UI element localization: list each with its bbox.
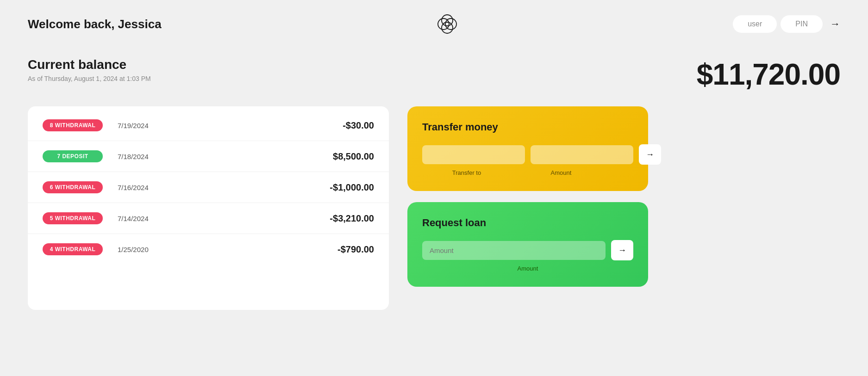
loan-title: Request loan: [422, 217, 633, 229]
transfer-inputs: →: [422, 144, 633, 165]
transaction-row: 8 WITHDRAWAL 7/19/2024 -$30.00: [28, 110, 389, 141]
transaction-badge: 6 WITHDRAWAL: [43, 181, 103, 193]
pin-button[interactable]: PIN: [781, 15, 823, 33]
content-row: 8 WITHDRAWAL 7/19/2024 -$30.00 7 DEPOSIT…: [28, 106, 840, 310]
loan-amount-label: Amount: [422, 265, 633, 272]
transfer-label-spacer: [611, 169, 633, 176]
right-panel: Transfer money → Transfer to Amount Requ…: [407, 106, 648, 287]
transaction-amount: -$3,210.00: [330, 213, 374, 224]
transaction-amount: -$30.00: [343, 120, 374, 131]
logo-icon: [434, 11, 460, 37]
user-button[interactable]: user: [733, 15, 777, 33]
loan-arrow-icon: →: [618, 246, 626, 255]
transfer-title: Transfer money: [422, 121, 633, 133]
transaction-date: 7/18/2024: [118, 153, 322, 160]
transactions-list[interactable]: 8 WITHDRAWAL 7/19/2024 -$30.00 7 DEPOSIT…: [28, 106, 389, 310]
transfer-card: Transfer money → Transfer to Amount: [407, 106, 648, 191]
main-content: Current balance As of Thursday, August 1…: [0, 48, 868, 328]
loan-submit-button[interactable]: →: [611, 240, 633, 260]
balance-date: As of Thursday, August 1, 2024 at 1:03 P…: [28, 75, 151, 82]
transaction-row: 5 WITHDRAWAL 7/14/2024 -$3,210.00: [28, 203, 389, 234]
loan-card: Request loan → Amount: [407, 202, 648, 287]
transaction-badge: 5 WITHDRAWAL: [43, 212, 103, 224]
transfer-to-label: Transfer to: [422, 169, 511, 176]
transaction-badge: 7 DEPOSIT: [43, 150, 103, 162]
transaction-row: 7 DEPOSIT 7/18/2024 $8,500.00: [28, 141, 389, 172]
logo: [434, 11, 460, 37]
header-actions: user PIN →: [733, 15, 840, 33]
transaction-amount: -$1,000.00: [330, 182, 374, 193]
transaction-date: 1/25/2020: [118, 246, 326, 253]
header: Welcome back, Jessica user PIN →: [0, 0, 868, 48]
balance-info: Current balance As of Thursday, August 1…: [28, 57, 151, 82]
transaction-badge: 8 WITHDRAWAL: [43, 119, 103, 131]
transfer-arrow-icon: →: [646, 150, 654, 160]
transfer-amount-label: Amount: [517, 169, 606, 176]
transaction-row: 6 WITHDRAWAL 7/16/2024 -$1,000.00: [28, 172, 389, 203]
transfer-to-input[interactable]: [422, 145, 525, 164]
transfer-amount-input[interactable]: [531, 145, 633, 164]
transaction-amount: -$790.00: [337, 244, 374, 255]
balance-amount: $11,720.00: [697, 57, 840, 92]
transactions-panel: 8 WITHDRAWAL 7/19/2024 -$30.00 7 DEPOSIT…: [28, 106, 389, 310]
balance-label: Current balance: [28, 57, 151, 72]
transaction-badge: 4 WITHDRAWAL: [43, 243, 103, 255]
loan-inputs: →: [422, 240, 633, 260]
transaction-date: 7/14/2024: [118, 215, 318, 222]
transfer-labels: Transfer to Amount: [422, 169, 633, 176]
header-arrow-icon[interactable]: →: [830, 18, 840, 30]
transaction-amount: $8,500.00: [333, 151, 374, 162]
balance-section: Current balance As of Thursday, August 1…: [28, 57, 840, 92]
transaction-date: 7/16/2024: [118, 184, 318, 191]
transaction-date: 7/19/2024: [118, 122, 331, 129]
transfer-submit-button[interactable]: →: [639, 144, 661, 165]
loan-amount-input[interactable]: [422, 241, 606, 260]
welcome-text: Welcome back, Jessica: [28, 17, 162, 31]
transaction-row: 4 WITHDRAWAL 1/25/2020 -$790.00: [28, 234, 389, 265]
